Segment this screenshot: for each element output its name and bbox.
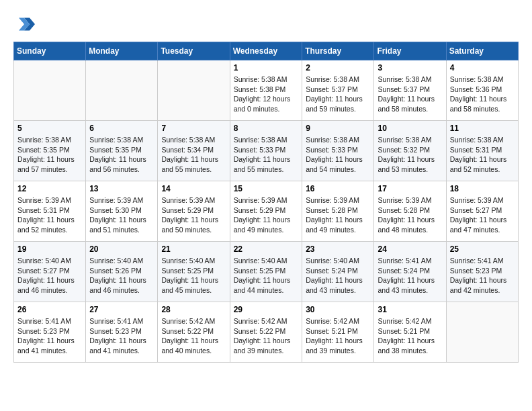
day-info: Sunrise: 5:38 AMSunset: 5:38 PMDaylight:… [234, 75, 299, 114]
day-info: Sunrise: 5:38 AMSunset: 5:35 PMDaylight:… [17, 135, 82, 175]
day-number: 31 [378, 305, 442, 314]
day-info: Sunrise: 5:42 AMSunset: 5:21 PMDaylight:… [378, 316, 442, 356]
day-number: 3 [378, 63, 442, 73]
day-info: Sunrise: 5:39 AMSunset: 5:30 PMDaylight:… [89, 195, 154, 235]
day-number: 23 [306, 244, 370, 254]
day-info: Sunrise: 5:38 AMSunset: 5:36 PMDaylight:… [450, 75, 515, 114]
day-number: 9 [306, 124, 370, 133]
day-number: 8 [234, 124, 299, 133]
calendar-table: SundayMondayTuesdayWednesdayThursdayFrid… [13, 42, 519, 363]
weekday-header-friday: Friday [374, 42, 446, 60]
calendar-cell: 8Sunrise: 5:38 AMSunset: 5:33 PMDaylight… [230, 121, 302, 181]
calendar-cell [158, 60, 230, 121]
calendar-cell: 17Sunrise: 5:39 AMSunset: 5:28 PMDayligh… [374, 181, 446, 242]
calendar-cell: 2Sunrise: 5:38 AMSunset: 5:37 PMDaylight… [302, 60, 374, 121]
day-info: Sunrise: 5:38 AMSunset: 5:31 PMDaylight:… [450, 135, 515, 175]
day-info: Sunrise: 5:39 AMSunset: 5:29 PMDaylight:… [234, 195, 299, 235]
calendar-cell: 4Sunrise: 5:38 AMSunset: 5:36 PMDaylight… [446, 60, 518, 121]
calendar-cell [86, 60, 158, 121]
day-info: Sunrise: 5:38 AMSunset: 5:37 PMDaylight:… [378, 75, 442, 114]
calendar-cell: 7Sunrise: 5:38 AMSunset: 5:34 PMDaylight… [158, 121, 230, 181]
calendar-cell: 24Sunrise: 5:41 AMSunset: 5:24 PMDayligh… [374, 242, 446, 302]
day-number: 17 [378, 184, 442, 193]
calendar-cell: 10Sunrise: 5:38 AMSunset: 5:32 PMDayligh… [374, 121, 446, 181]
day-info: Sunrise: 5:39 AMSunset: 5:29 PMDaylight:… [161, 195, 226, 235]
weekday-header-monday: Monday [86, 42, 158, 60]
weekday-header-tuesday: Tuesday [158, 42, 230, 60]
calendar-cell: 31Sunrise: 5:42 AMSunset: 5:21 PMDayligh… [374, 302, 446, 363]
day-info: Sunrise: 5:41 AMSunset: 5:23 PMDaylight:… [450, 256, 515, 295]
day-info: Sunrise: 5:38 AMSunset: 5:37 PMDaylight:… [306, 75, 370, 114]
weekday-header-saturday: Saturday [446, 42, 518, 60]
calendar-cell: 19Sunrise: 5:40 AMSunset: 5:27 PMDayligh… [14, 242, 86, 302]
calendar-cell [446, 302, 518, 363]
day-info: Sunrise: 5:39 AMSunset: 5:28 PMDaylight:… [306, 195, 370, 235]
day-number: 26 [17, 305, 82, 314]
weekday-header-thursday: Thursday [302, 42, 374, 60]
calendar-cell: 9Sunrise: 5:38 AMSunset: 5:33 PMDaylight… [302, 121, 374, 181]
day-info: Sunrise: 5:38 AMSunset: 5:33 PMDaylight:… [306, 135, 370, 175]
day-info: Sunrise: 5:40 AMSunset: 5:27 PMDaylight:… [17, 256, 82, 295]
calendar-cell: 25Sunrise: 5:41 AMSunset: 5:23 PMDayligh… [446, 242, 518, 302]
day-info: Sunrise: 5:42 AMSunset: 5:22 PMDaylight:… [234, 316, 299, 356]
calendar-cell: 29Sunrise: 5:42 AMSunset: 5:22 PMDayligh… [230, 302, 302, 363]
calendar-cell: 22Sunrise: 5:40 AMSunset: 5:25 PMDayligh… [230, 242, 302, 302]
day-number: 6 [89, 124, 154, 133]
calendar-cell [14, 60, 86, 121]
day-info: Sunrise: 5:40 AMSunset: 5:24 PMDaylight:… [306, 256, 370, 295]
day-info: Sunrise: 5:40 AMSunset: 5:25 PMDaylight:… [234, 256, 299, 295]
calendar-cell: 5Sunrise: 5:38 AMSunset: 5:35 PMDaylight… [14, 121, 86, 181]
day-number: 30 [306, 305, 370, 314]
page-header [13, 13, 519, 35]
day-number: 11 [450, 124, 515, 133]
logo [13, 13, 38, 35]
calendar-cell: 18Sunrise: 5:39 AMSunset: 5:27 PMDayligh… [446, 181, 518, 242]
calendar-cell: 26Sunrise: 5:41 AMSunset: 5:23 PMDayligh… [14, 302, 86, 363]
day-number: 28 [161, 305, 226, 314]
day-number: 1 [234, 63, 299, 73]
day-number: 14 [161, 184, 226, 193]
calendar-cell: 23Sunrise: 5:40 AMSunset: 5:24 PMDayligh… [302, 242, 374, 302]
calendar-cell: 30Sunrise: 5:42 AMSunset: 5:21 PMDayligh… [302, 302, 374, 363]
day-number: 24 [378, 244, 442, 254]
weekday-header-wednesday: Wednesday [230, 42, 302, 60]
calendar-cell: 21Sunrise: 5:40 AMSunset: 5:25 PMDayligh… [158, 242, 230, 302]
day-info: Sunrise: 5:41 AMSunset: 5:24 PMDaylight:… [378, 256, 442, 295]
day-info: Sunrise: 5:40 AMSunset: 5:25 PMDaylight:… [161, 256, 226, 295]
day-number: 4 [450, 63, 515, 73]
calendar-cell: 6Sunrise: 5:38 AMSunset: 5:35 PMDaylight… [86, 121, 158, 181]
calendar-cell: 14Sunrise: 5:39 AMSunset: 5:29 PMDayligh… [158, 181, 230, 242]
day-info: Sunrise: 5:38 AMSunset: 5:32 PMDaylight:… [378, 135, 442, 175]
calendar-cell: 20Sunrise: 5:40 AMSunset: 5:26 PMDayligh… [86, 242, 158, 302]
day-info: Sunrise: 5:42 AMSunset: 5:21 PMDaylight:… [306, 316, 370, 356]
day-number: 29 [234, 305, 299, 314]
calendar-cell: 28Sunrise: 5:42 AMSunset: 5:22 PMDayligh… [158, 302, 230, 363]
day-number: 13 [89, 184, 154, 193]
calendar-cell: 13Sunrise: 5:39 AMSunset: 5:30 PMDayligh… [86, 181, 158, 242]
day-info: Sunrise: 5:40 AMSunset: 5:26 PMDaylight:… [89, 256, 154, 295]
logo-icon [13, 13, 35, 35]
day-number: 12 [17, 184, 82, 193]
day-info: Sunrise: 5:38 AMSunset: 5:33 PMDaylight:… [234, 135, 299, 175]
day-info: Sunrise: 5:39 AMSunset: 5:31 PMDaylight:… [17, 195, 82, 235]
day-number: 2 [306, 63, 370, 73]
day-info: Sunrise: 5:42 AMSunset: 5:22 PMDaylight:… [161, 316, 226, 356]
day-number: 5 [17, 124, 82, 133]
day-info: Sunrise: 5:41 AMSunset: 5:23 PMDaylight:… [17, 316, 82, 356]
day-info: Sunrise: 5:39 AMSunset: 5:27 PMDaylight:… [450, 195, 515, 235]
day-info: Sunrise: 5:38 AMSunset: 5:34 PMDaylight:… [161, 135, 226, 175]
day-number: 18 [450, 184, 515, 193]
day-number: 22 [234, 244, 299, 254]
day-number: 7 [161, 124, 226, 133]
day-number: 15 [234, 184, 299, 193]
day-number: 27 [89, 305, 154, 314]
day-number: 20 [89, 244, 154, 254]
day-number: 10 [378, 124, 442, 133]
calendar-cell: 16Sunrise: 5:39 AMSunset: 5:28 PMDayligh… [302, 181, 374, 242]
day-info: Sunrise: 5:41 AMSunset: 5:23 PMDaylight:… [89, 316, 154, 356]
calendar-cell: 3Sunrise: 5:38 AMSunset: 5:37 PMDaylight… [374, 60, 446, 121]
day-number: 21 [161, 244, 226, 254]
day-number: 19 [17, 244, 82, 254]
calendar-cell: 27Sunrise: 5:41 AMSunset: 5:23 PMDayligh… [86, 302, 158, 363]
calendar-cell: 1Sunrise: 5:38 AMSunset: 5:38 PMDaylight… [230, 60, 302, 121]
